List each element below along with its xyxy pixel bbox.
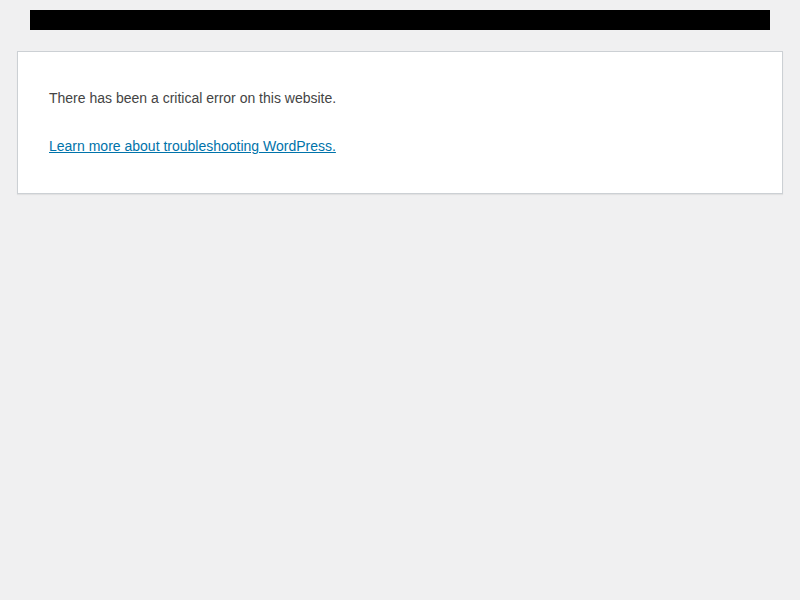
critical-error-message: There has been a critical error on this … [49, 88, 336, 109]
critical-error-card: There has been a critical error on this … [17, 51, 783, 194]
wordpress-critical-error-page: There has been a critical error on this … [0, 0, 800, 600]
redacted-top-bar [30, 10, 770, 30]
troubleshooting-link-row: Learn more about troubleshooting WordPre… [49, 136, 336, 157]
troubleshooting-wordpress-link[interactable]: Learn more about troubleshooting WordPre… [49, 138, 336, 154]
